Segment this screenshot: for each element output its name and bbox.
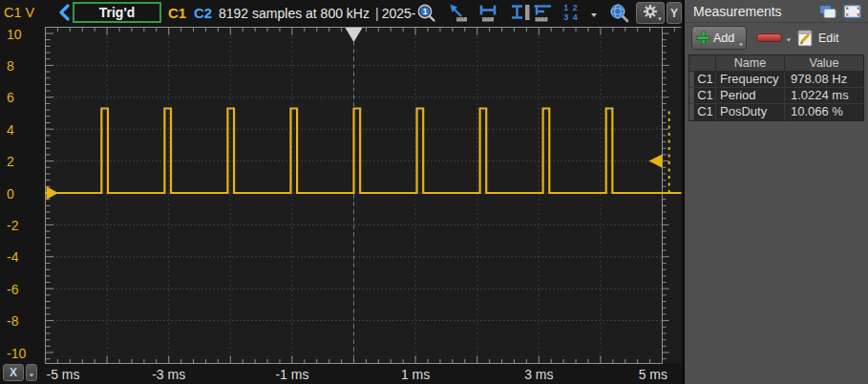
remove-measurement-button[interactable] — [756, 33, 782, 42]
settings-button[interactable] — [636, 2, 665, 24]
cursor-measure-icon[interactable] — [446, 3, 469, 24]
value-column-header: Value — [785, 55, 863, 71]
measurements-table: Name Value C1 Frequency 978.08 Hz C1 Per… — [688, 54, 864, 121]
trigger-status-text: Trig'd — [99, 5, 136, 20]
scope-display-region: 1086420-2-4-6-8-10-5 ms-3 ms-1 ms1 ms3 m… — [0, 0, 683, 384]
add-button-label: Add — [713, 32, 734, 45]
back-chevron-icon[interactable] — [57, 4, 73, 21]
top-toolbar: C1 V Trig'd C1 C2 8192 samples at 800 kH… — [0, 0, 683, 27]
svg-text:1: 1 — [423, 7, 428, 16]
add-dropdown-icon — [739, 44, 743, 47]
measurement-value: 1.0224 ms — [785, 88, 863, 103]
timestamp-partial: 2025- — [382, 6, 415, 21]
acquisition-info: 8192 samples at 800 kHz|2025- — [219, 6, 415, 22]
measurement-name: Period — [716, 88, 785, 103]
gear-icon — [642, 3, 659, 20]
add-measurement-button[interactable]: Add — [691, 26, 747, 50]
remove-dropdown-icon[interactable] — [787, 38, 792, 41]
y-tick-label: -8 — [7, 313, 19, 329]
x-axis-scale-button[interactable]: X — [3, 364, 24, 381]
measurement-row[interactable]: C1 Frequency 978.08 Hz — [689, 72, 863, 88]
x-tick-label: 1 ms — [401, 367, 430, 382]
plot-background — [46, 28, 682, 364]
vertical-cursors-icon[interactable] — [509, 3, 532, 24]
x-tick-label: 5 ms — [639, 367, 667, 382]
info-separator: | — [375, 6, 379, 21]
y-tick-label: 6 — [7, 90, 14, 105]
channel2-badge[interactable]: C2 — [194, 5, 212, 21]
popout-panel-icon[interactable] — [843, 4, 862, 23]
y-tick-label: -4 — [7, 249, 19, 265]
edit-button-label: Edit — [818, 32, 839, 45]
measurement-value: 10.066 % — [785, 104, 863, 120]
measurement-row[interactable]: C1 PosDuty 10.066 % — [689, 104, 863, 120]
y-tick-label: -10 — [7, 346, 26, 361]
measurement-channel: C1 — [695, 72, 716, 87]
channel-numbers-row2: 3 4 — [559, 13, 583, 23]
panel-title-icons — [818, 4, 862, 23]
measurement-row[interactable]: C1 Period 1.0224 ms — [689, 88, 863, 104]
measurements-toolbar: Add Edit — [685, 23, 868, 54]
y-axis-unit-label: C1 V — [4, 5, 34, 20]
tools-dropdown-icon[interactable] — [591, 13, 597, 17]
x-tick-label: -5 ms — [47, 367, 80, 382]
sample-info-text: 8192 samples at 800 kHz — [219, 6, 370, 21]
x-tick-label: 3 ms — [524, 367, 553, 382]
measurement-channel: C1 — [695, 104, 716, 120]
zoom-preset-icon[interactable]: 1 — [415, 3, 438, 24]
zoom-tool-icon[interactable] — [608, 3, 631, 24]
notepad-pencil-icon — [797, 29, 814, 47]
x-axis-controls: X — [3, 364, 37, 381]
channel1-badge[interactable]: C1 — [168, 5, 186, 21]
y-tick-label: 0 — [7, 186, 14, 202]
measurement-value: 978.08 Hz — [785, 72, 863, 87]
measurement-name: PosDuty — [716, 104, 785, 120]
measurements-panel: Measurements — [683, 0, 868, 384]
x-tick-label: -1 ms — [275, 367, 308, 382]
y-tick-label: 8 — [7, 58, 14, 74]
oscilloscope-app: 1086420-2-4-6-8-10-5 ms-3 ms-1 ms1 ms3 m… — [0, 0, 868, 384]
duplicate-panel-icon[interactable] — [818, 4, 837, 23]
level-cursors-icon[interactable] — [532, 3, 555, 24]
measurement-name: Frequency — [716, 72, 785, 87]
settings-dropdown-icon — [658, 18, 662, 21]
y-tick-label: 4 — [7, 122, 14, 138]
y-tick-label: 10 — [7, 27, 22, 42]
channel-numbers-icon[interactable]: 1 2 3 4 — [559, 4, 583, 22]
horizontal-cursors-icon[interactable] — [476, 3, 499, 24]
y-tick-label: 2 — [7, 154, 14, 169]
edit-measurements-button[interactable]: Edit — [797, 26, 839, 50]
channel-column-header — [689, 55, 716, 71]
waveform-plot: 1086420-2-4-6-8-10-5 ms-3 ms-1 ms1 ms3 m… — [0, 0, 683, 384]
plus-icon — [696, 31, 710, 45]
trigger-status-badge[interactable]: Trig'd — [73, 2, 161, 23]
measurements-table-header: Name Value — [689, 55, 863, 72]
name-column-header: Name — [716, 55, 785, 71]
caret-down-icon — [30, 373, 34, 376]
y-tick-label: -6 — [7, 282, 19, 297]
x-axis-dropdown-button[interactable] — [26, 364, 37, 381]
y-tick-label: -2 — [7, 218, 19, 233]
y-axis-scale-button[interactable]: Y — [667, 2, 682, 24]
measurement-channel: C1 — [695, 88, 716, 103]
x-tick-label: -3 ms — [152, 367, 185, 382]
